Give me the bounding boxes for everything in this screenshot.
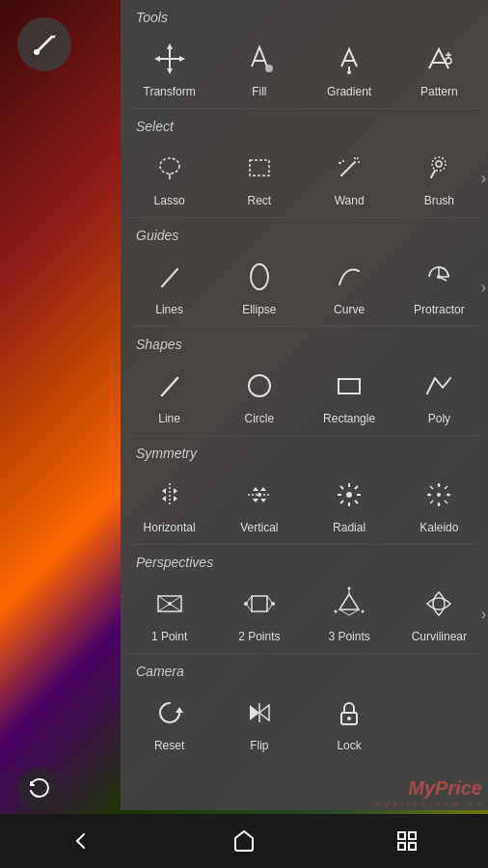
tool-pattern[interactable]: Pattern xyxy=(394,31,484,108)
tool-horizontal[interactable]: Horizontal xyxy=(124,467,214,544)
tool-wand[interactable]: Wand xyxy=(305,140,394,217)
svg-point-60 xyxy=(428,494,431,497)
svg-rect-91 xyxy=(409,843,416,850)
svg-marker-5 xyxy=(167,43,173,49)
tool-2points[interactable]: 2 Points xyxy=(214,576,304,653)
tool-radial-label: Radial xyxy=(333,521,366,534)
tool-transform-label: Transform xyxy=(144,85,196,98)
tool-wand-label: Wand xyxy=(335,194,365,207)
tool-brush-select[interactable]: Brush xyxy=(394,140,484,217)
tool-poly-label: Poly xyxy=(428,412,450,425)
brush-select-icon xyxy=(419,148,459,188)
ellipse-guide-icon xyxy=(239,257,280,297)
tool-lasso[interactable]: Lasso xyxy=(124,140,214,217)
pattern-icon xyxy=(419,39,459,79)
2points-icon xyxy=(239,583,280,624)
1point-icon xyxy=(149,583,190,624)
svg-line-55 xyxy=(445,501,447,503)
svg-line-34 xyxy=(162,378,177,395)
tool-rect-label: Rect xyxy=(248,194,272,207)
svg-point-73 xyxy=(244,602,248,606)
tool-radial[interactable]: Radial xyxy=(305,467,394,544)
circle-icon xyxy=(239,366,280,406)
svg-rect-19 xyxy=(250,160,269,176)
svg-line-56 xyxy=(445,486,447,489)
perspectives-chevron: › xyxy=(481,606,486,623)
tool-flip[interactable]: Flip xyxy=(214,685,304,762)
svg-line-30 xyxy=(162,269,177,286)
guides-section-grid: Lines Ellipse Curve xyxy=(121,249,488,326)
svg-point-59 xyxy=(438,503,441,506)
svg-line-63 xyxy=(158,596,170,604)
tool-poly[interactable]: Poly xyxy=(394,358,484,435)
svg-point-29 xyxy=(436,161,442,167)
tool-lines-label: Lines xyxy=(155,303,183,316)
line-icon xyxy=(149,366,190,406)
svg-marker-7 xyxy=(154,56,160,62)
tool-1point-label: 1 Point xyxy=(151,630,187,643)
svg-point-81 xyxy=(362,610,365,613)
section-title-select: Select xyxy=(121,109,488,140)
tool-protractor[interactable]: Protractor xyxy=(394,249,484,326)
tools-panel: Tools Transform xyxy=(121,0,488,810)
tool-rectangle-label: Rectangle xyxy=(323,412,375,425)
svg-point-1 xyxy=(34,49,40,55)
flip-icon xyxy=(239,692,280,733)
tool-kaleido-label: Kaleido xyxy=(420,521,458,534)
tool-circle-label: Circle xyxy=(245,412,275,425)
tool-vertical[interactable]: Vertical xyxy=(214,467,304,544)
lasso-icon xyxy=(149,148,190,188)
undo-button[interactable] xyxy=(17,768,60,810)
tool-reset[interactable]: Reset xyxy=(124,685,214,762)
svg-point-67 xyxy=(168,602,172,606)
svg-point-31 xyxy=(251,264,268,289)
curve-icon xyxy=(329,257,369,297)
svg-line-48 xyxy=(340,501,343,503)
svg-point-27 xyxy=(432,157,446,171)
tool-curve[interactable]: Curve xyxy=(305,249,394,326)
svg-point-87 xyxy=(347,717,351,720)
3points-icon xyxy=(329,583,369,624)
gradient-icon xyxy=(329,39,369,79)
apps-button[interactable] xyxy=(383,822,431,860)
tool-rectangle[interactable]: Rectangle xyxy=(305,358,394,435)
back-button[interactable] xyxy=(57,822,105,860)
tool-lock[interactable]: Lock xyxy=(305,685,394,762)
radial-sym-icon xyxy=(329,475,369,515)
svg-line-20 xyxy=(341,162,355,176)
tool-lines[interactable]: Lines xyxy=(124,249,214,326)
watermark-subtext: m y p r i c e . c o m . c n xyxy=(374,800,482,808)
tool-gradient[interactable]: Gradient xyxy=(305,31,394,108)
svg-point-80 xyxy=(335,610,338,613)
brush-tool-button[interactable] xyxy=(17,17,71,71)
tool-curvilinear[interactable]: Curvilinear xyxy=(394,576,484,653)
tool-2points-label: 2 Points xyxy=(238,630,280,643)
tool-lock-label: Lock xyxy=(337,739,361,752)
svg-marker-75 xyxy=(339,594,359,610)
svg-line-45 xyxy=(340,486,343,489)
tool-curvilinear-label: Curvilinear xyxy=(412,630,467,643)
tool-kaleido[interactable]: Kaleido xyxy=(394,467,484,544)
tool-3points-label: 3 Points xyxy=(328,630,369,643)
tool-1point[interactable]: 1 Point xyxy=(124,576,214,653)
section-title-guides: Guides xyxy=(121,218,488,249)
select-chevron: › xyxy=(481,170,486,187)
svg-marker-2 xyxy=(52,35,56,39)
tool-3points[interactable]: 3 Points xyxy=(305,576,394,653)
tool-fill[interactable]: Fill xyxy=(214,31,304,108)
tool-transform[interactable]: Transform xyxy=(124,31,214,108)
home-button[interactable] xyxy=(220,822,268,860)
tool-brush-select-label: Brush xyxy=(424,194,454,207)
tool-ellipse[interactable]: Ellipse xyxy=(214,249,304,326)
rectangle-icon xyxy=(329,366,369,406)
tool-line[interactable]: Line xyxy=(124,358,214,435)
svg-line-0 xyxy=(37,37,52,52)
tool-horizontal-label: Horizontal xyxy=(144,521,196,534)
shapes-section-grid: Line Circle Rectangle xyxy=(121,358,488,435)
tool-rect[interactable]: Rect xyxy=(214,140,304,217)
tool-circle[interactable]: Circle xyxy=(214,358,304,435)
svg-rect-68 xyxy=(252,596,267,611)
select-section-grid: Lasso Rect Wan xyxy=(121,140,488,217)
fill-icon xyxy=(239,39,280,79)
svg-line-28 xyxy=(431,171,435,177)
